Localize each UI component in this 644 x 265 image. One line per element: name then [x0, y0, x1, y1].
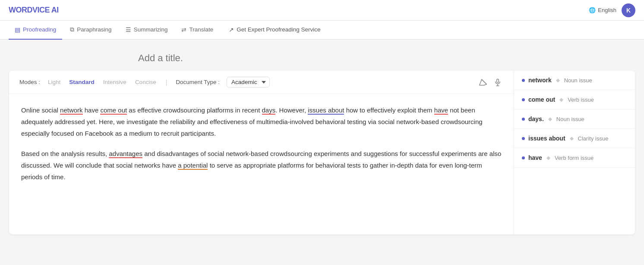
nav-item-summarizing[interactable]: ☰ Summarizing [120, 21, 174, 40]
highlight-days: days [262, 106, 276, 115]
paraphrasing-icon: ⧉ [70, 26, 74, 33]
header: WORDVICE AI 🌐 English K [0, 0, 644, 21]
language-label: English [598, 7, 616, 13]
nav-item-expert[interactable]: ↗ Get Expert Proofreading Service [223, 21, 326, 40]
text-content[interactable]: Online social network have come out as e… [9, 94, 514, 202]
issue-word: issues about [528, 135, 565, 142]
issue-item-come-out[interactable]: come out ◆ Verb issue [514, 90, 635, 109]
issue-word: days. [528, 115, 544, 122]
translate-icon: ⇄ [181, 26, 186, 33]
paragraph-2: Based on the analysis results, advantage… [21, 148, 502, 183]
issue-type: Noun issue [556, 116, 584, 122]
avatar[interactable]: K [622, 3, 635, 17]
doc-type-label: Document Type : [176, 79, 220, 85]
globe-icon: 🌐 [589, 7, 596, 13]
highlight-issues-about: issues about [308, 106, 344, 115]
issue-dot [522, 118, 525, 121]
highlight-come-out: come out [100, 106, 127, 115]
modes-bar: Modes : Light Standard Intensive Concise… [9, 71, 514, 94]
nav-bar: ▤ Proofreading ⧉ Paraphrasing ☰ Summariz… [0, 21, 644, 40]
mode-light[interactable]: Light [45, 78, 63, 86]
issues-panel: network ◆ Noun issue come out ◆ Verb iss… [514, 71, 635, 234]
issue-type: Verb form issue [555, 155, 593, 161]
nav-label-expert: Get Expert Proofreading Service [237, 26, 320, 33]
issue-dot [522, 156, 525, 159]
issue-word: have [528, 154, 542, 161]
issue-sep: ◆ [548, 116, 552, 122]
modes-divider: | [166, 79, 167, 86]
title-input[interactable] [136, 53, 508, 64]
editor-card: Modes : Light Standard Intensive Concise… [9, 71, 635, 234]
paragraph-1: Online social network have come out as e… [21, 104, 502, 139]
highlight-have: have [434, 106, 448, 115]
svg-rect-2 [497, 79, 499, 82]
nav-label-paraphrasing: Paraphrasing [77, 26, 111, 33]
eraser-button[interactable] [477, 78, 489, 87]
issue-dot [522, 137, 525, 140]
issue-item-network[interactable]: network ◆ Noun issue [514, 71, 635, 90]
issue-item-have[interactable]: have ◆ Verb form issue [514, 148, 635, 168]
issue-dot [522, 98, 525, 101]
issue-type: Verb issue [568, 97, 594, 103]
issue-dot [522, 79, 525, 82]
highlight-network: network [60, 106, 83, 115]
issue-type: Noun issue [564, 77, 592, 84]
issue-item-days[interactable]: days. ◆ Noun issue [514, 109, 635, 129]
issue-word: come out [528, 96, 555, 103]
header-right: 🌐 English K [589, 3, 635, 17]
issue-sep: ◆ [570, 135, 574, 141]
modes-label: Modes : [19, 79, 40, 85]
language-selector[interactable]: 🌐 English [589, 7, 616, 13]
editor-main: Modes : Light Standard Intensive Concise… [9, 71, 514, 234]
main-content: Modes : Light Standard Intensive Concise… [0, 40, 644, 265]
svg-line-1 [482, 79, 486, 84]
doc-type-select[interactable]: Academic Business General Medical Legal [227, 77, 270, 87]
issue-sep: ◆ [556, 77, 560, 83]
nav-label-translate: Translate [189, 26, 213, 33]
logo: WORDVICE AI [9, 6, 59, 15]
proofreading-icon: ▤ [15, 26, 20, 33]
summarizing-icon: ☰ [126, 26, 131, 33]
microphone-button[interactable] [492, 78, 503, 87]
nav-label-proofreading: Proofreading [23, 26, 56, 33]
highlight-advantages: advantages [109, 150, 142, 158]
highlight-a-potential: a potential [178, 162, 208, 170]
mode-intensive[interactable]: Intensive [101, 78, 129, 86]
issue-item-issues-about[interactable]: issues about ◆ Clarity issue [514, 129, 635, 148]
mode-standard[interactable]: Standard [66, 78, 97, 86]
issue-type: Clarity issue [578, 135, 609, 142]
nav-label-summarizing: Summarizing [134, 26, 168, 33]
issue-word: network [528, 77, 552, 84]
external-link-icon: ↗ [229, 26, 234, 33]
nav-item-paraphrasing[interactable]: ⧉ Paraphrasing [64, 21, 117, 40]
issue-sep: ◆ [546, 155, 550, 161]
mode-concise[interactable]: Concise [133, 78, 159, 86]
nav-item-proofreading[interactable]: ▤ Proofreading [9, 21, 62, 40]
nav-item-translate[interactable]: ⇄ Translate [175, 21, 219, 40]
issue-sep: ◆ [559, 97, 563, 103]
